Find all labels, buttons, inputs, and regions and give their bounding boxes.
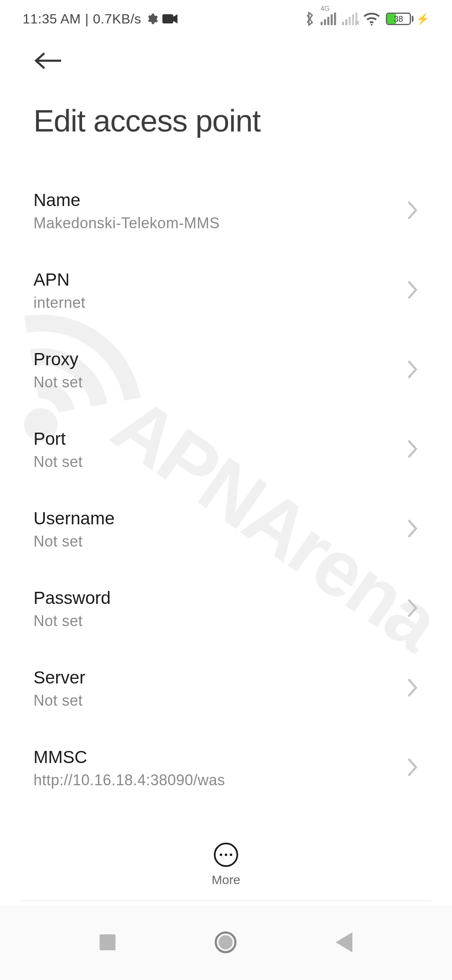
chevron-right-icon [407,359,419,381]
more-dots-icon [214,843,238,867]
row-proxy[interactable]: Proxy Not set [0,331,452,410]
chevron-right-icon [407,200,419,222]
row-mmsc[interactable]: MMSC http://10.16.18.4:38090/was [0,729,452,807]
status-sep: | [85,11,89,27]
status-bar: 11:35 AM | 0.7KB/s 4G ✕ 38 [0,0,452,38]
row-server[interactable]: Server Not set [0,649,452,728]
row-port[interactable]: Port Not set [0,410,452,489]
bottom-divider [21,900,431,901]
bluetooth-icon [305,11,315,27]
nav-recents-button[interactable] [100,934,116,950]
header: Edit access point [0,46,452,139]
more-label: More [212,873,240,887]
row-mmsc-value: http://10.16.18.4:38090/was [33,771,225,789]
row-apn-label: APN [33,270,85,290]
row-password-value: Not set [33,612,110,630]
row-username[interactable]: Username Not set [0,490,452,569]
row-server-value: Not set [33,692,85,709]
row-proxy-label: Proxy [33,349,83,369]
row-password-label: Password [33,588,110,608]
signal-2-x-icon: ✕ [354,19,360,27]
row-proxy-value: Not set [33,374,83,391]
camera-icon [162,13,177,24]
battery-icon: 38 ⚡ [386,13,429,26]
circle-icon [215,931,236,953]
chevron-right-icon [407,598,419,620]
row-apn-value: internet [33,294,85,312]
square-icon [100,934,116,950]
row-mmsc-label: MMSC [33,747,225,767]
chevron-right-icon [407,280,419,302]
page-title: Edit access point [33,103,419,139]
back-button[interactable] [33,46,63,75]
chevron-right-icon [407,678,419,699]
row-server-label: Server [33,668,85,688]
row-name-value: Makedonski-Telekom-MMS [33,214,220,232]
row-port-label: Port [33,429,83,449]
chevron-right-icon [407,439,419,461]
gear-icon [146,13,158,25]
row-username-value: Not set [33,533,115,550]
row-name-label: Name [33,190,220,210]
signal-1-label: 4G [321,5,329,13]
charging-icon: ⚡ [416,13,429,26]
more-button[interactable]: More [0,829,452,900]
nav-back-button[interactable] [336,932,352,952]
row-apn[interactable]: APN internet [0,251,452,330]
status-left: 11:35 AM | 0.7KB/s [23,11,177,27]
status-time: 11:35 AM [23,11,81,27]
signal-2-icon: ✕ [342,13,357,25]
nav-bar [0,905,452,980]
svg-point-1 [371,24,372,26]
wifi-icon [363,12,380,26]
status-right: 4G ✕ 38 ⚡ [305,11,429,27]
row-port-value: Not set [33,453,83,471]
battery-percent: 38 [387,14,410,24]
row-username-label: Username [33,508,115,529]
chevron-right-icon [407,518,419,540]
arrow-left-icon [34,52,62,70]
svg-rect-0 [162,14,173,23]
triangle-left-icon [336,932,352,952]
chevron-right-icon [407,757,419,779]
nav-home-button[interactable] [215,931,236,953]
signal-1-icon: 4G [321,13,336,25]
row-password[interactable]: Password Not set [0,570,452,648]
row-name[interactable]: Name Makedonski-Telekom-MMS [0,172,452,250]
settings-list: Name Makedonski-Telekom-MMS APN internet… [0,172,452,825]
status-net-speed: 0.7KB/s [93,11,141,27]
row-mms-proxy[interactable]: MMS proxy 10.16.18.77 [0,808,452,825]
